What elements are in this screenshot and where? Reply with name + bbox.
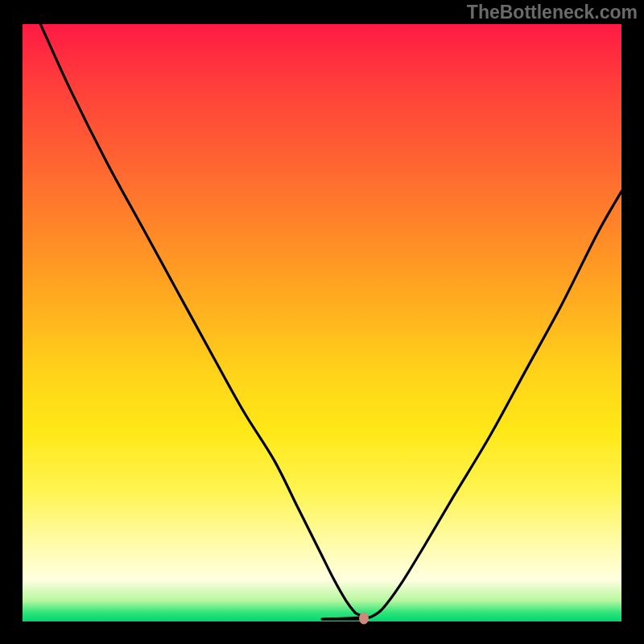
plot-area xyxy=(23,24,621,621)
chart-container: TheBottleneck.com xyxy=(0,0,644,644)
optimum-marker xyxy=(359,612,369,624)
curve-svg xyxy=(23,24,621,621)
watermark-text: TheBottleneck.com xyxy=(467,2,638,23)
bottleneck-curve xyxy=(40,24,621,619)
